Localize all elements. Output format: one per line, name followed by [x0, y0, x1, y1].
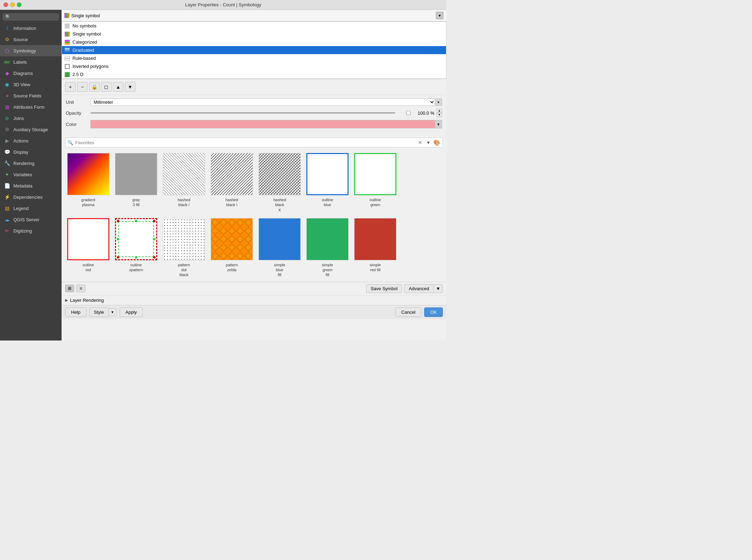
opacity-decrease[interactable]: ▼ [436, 113, 442, 117]
symbol-item-outline-red[interactable]: outlinered [67, 218, 109, 278]
symbol-item-simple-blue[interactable]: simplebluefill [259, 218, 301, 278]
dropdown-item-nosymbols[interactable]: No symbols [62, 22, 446, 30]
sidebar-item-rendering[interactable]: 🔧 Rendering [0, 158, 62, 169]
sidebar-item-qgisserver[interactable]: ☁ QGIS Server [0, 214, 62, 225]
sidebar-item-auxiliarystorage[interactable]: ⚙ Auxiliary Storage [0, 124, 62, 135]
unit-select-box[interactable]: Millimeter ▼ [90, 98, 442, 106]
symbol-item-pattern-zelda[interactable]: patternzelda [211, 218, 253, 278]
style-dropdown-arrow[interactable]: ▼ [108, 308, 117, 316]
symbol-preview-hashed-cross [259, 153, 301, 195]
clear-search-icon[interactable]: ✕ [416, 139, 423, 146]
sidebar-item-dependencies[interactable]: ⚡ Dependencies [0, 191, 62, 203]
sidebar-item-variables[interactable]: ✦ Variables [0, 169, 62, 180]
symbol-item-simple-red[interactable]: simplered fill [354, 218, 396, 278]
dropdown-item-singlesymbol[interactable]: Single symbol [62, 30, 446, 38]
color-swatch[interactable] [90, 120, 435, 128]
minimize-button[interactable] [10, 2, 15, 7]
sidebar-item-legend[interactable]: ▤ Legend [0, 203, 62, 214]
attributesform-icon: ▦ [4, 103, 11, 110]
dropdown-item-categorized[interactable]: Categorized [62, 38, 446, 46]
singlesymbol-icon [65, 32, 70, 37]
nosymbols-icon [65, 24, 70, 28]
diagrams-icon: ◆ [4, 70, 11, 77]
apply-button[interactable]: Apply [120, 307, 143, 317]
save-symbol-button[interactable]: Save Symbol [366, 284, 402, 293]
move-down-button[interactable]: ▼ [125, 82, 135, 92]
symbology-icon: ⬡ [4, 47, 11, 54]
move-up-button[interactable]: ▲ [113, 82, 123, 92]
dropdown-selected-row[interactable]: Single symbol ▼ [62, 10, 446, 21]
symbol-preview-gradient-plasma [67, 153, 109, 195]
sidebar-item-display[interactable]: 💬 Display [0, 146, 62, 158]
symbol-item-pattern-dot[interactable]: patterndotblack [163, 218, 205, 278]
opacity-slider[interactable] [90, 112, 411, 114]
symbol-item-gray-fill[interactable]: gray3 fill [115, 153, 157, 212]
symbol-preview-outline-green [354, 153, 396, 195]
dropdown-arrow-btn[interactable]: ▼ [436, 12, 444, 19]
color-style-icon[interactable]: 🎨 [433, 139, 440, 146]
style-button[interactable]: Style [89, 307, 108, 317]
categorized-icon [65, 40, 70, 45]
grid-view-button[interactable]: ⊞ [65, 285, 74, 292]
sidebar-item-label: Actions [13, 138, 28, 144]
unit-label: Unit [66, 100, 90, 105]
favorites-search-input[interactable] [75, 140, 414, 145]
symbol-item-hashed-fwd[interactable]: hashedblack / [163, 153, 205, 212]
sidebar-search-box[interactable]: 🔍 [3, 13, 59, 20]
advanced-arrow[interactable]: ▼ [433, 284, 443, 293]
dropdown-item-inverted[interactable]: Inverted polygons [62, 62, 446, 70]
dropdown-filter-icon[interactable]: ▼ [425, 139, 432, 146]
symbol-label-hashed-cross: hashedblackX [273, 197, 286, 212]
symbol-item-simple-green[interactable]: simplegreenfill [306, 218, 349, 278]
sidebar-item-3dview[interactable]: ◉ 3D View [0, 79, 62, 90]
sidebar-item-labels[interactable]: abc Labels [0, 56, 62, 68]
duplicate-button[interactable]: ◻ [101, 82, 111, 92]
opacity-increase[interactable]: ▲ [436, 109, 442, 113]
sidebar-item-sourcefields[interactable]: ≡ Source Fields [0, 90, 62, 101]
sidebar-item-label: QGIS Server [13, 217, 39, 222]
symbol-label-outline-blue: outlineblue [322, 197, 333, 208]
symbol-item-hashed-bwd[interactable]: hashedblack \ [211, 153, 253, 212]
dropdown-item-25d[interactable]: 2.5 D [62, 70, 446, 78]
info-icon: ℹ [4, 25, 11, 32]
add-button[interactable]: + [65, 82, 76, 92]
sidebar-item-diagrams[interactable]: ◆ Diagrams [0, 68, 62, 79]
sidebar-search-input[interactable] [12, 14, 56, 19]
opacity-stepper: ▲ ▼ [436, 109, 442, 117]
ok-button[interactable]: OK [424, 307, 443, 317]
layer-rendering-section[interactable]: ▶ Layer Rendering [62, 295, 446, 305]
sidebar-item-digitizing[interactable]: ✏ Digitizing [0, 225, 62, 236]
bottom-toolbar: ⊞ ≡ Save Symbol Advanced ▼ [62, 282, 446, 295]
sidebar-item-information[interactable]: ℹ Information [0, 23, 62, 34]
color-arrow[interactable]: ▼ [435, 120, 442, 128]
sidebar-item-actions[interactable]: ▶ Actions [0, 135, 62, 146]
cancel-button[interactable]: Cancel [395, 307, 421, 317]
dropdown-list: No symbols Single symbol Categorized Gra… [62, 21, 446, 79]
metadata-icon: 📄 [4, 182, 11, 189]
symbol-item-gradient-plasma[interactable]: gradientplasma [67, 153, 109, 212]
sidebar-item-attributesform[interactable]: ▦ Attributes Form [0, 101, 62, 113]
sidebar-item-source[interactable]: ⚙ Source [0, 34, 62, 45]
lock-button[interactable]: 🔒 [89, 82, 100, 92]
list-view-button[interactable]: ≡ [76, 285, 85, 292]
sidebar-item-label: Digitizing [13, 228, 32, 234]
symbol-label-hashed-bwd: hashedblack \ [225, 197, 238, 208]
symbol-label-outline-green: outlinegreen [370, 197, 381, 208]
help-button[interactable]: Help [65, 307, 87, 317]
sidebar-item-joins[interactable]: ⊕ Joins [0, 113, 62, 124]
unit-select[interactable]: Millimeter [91, 99, 435, 106]
symbol-item-outline-xpattern[interactable]: outlinexpattern [115, 218, 157, 278]
remove-button[interactable]: − [77, 82, 88, 92]
close-button[interactable] [4, 2, 8, 7]
sidebar-item-metadata[interactable]: 📄 Metadata [0, 180, 62, 191]
symbol-item-hashed-cross[interactable]: hashedblackX [259, 153, 301, 212]
layer-rendering-collapse-icon: ▶ [65, 298, 68, 303]
advanced-button[interactable]: Advanced [404, 284, 433, 293]
symbol-item-outline-green[interactable]: outlinegreen [354, 153, 396, 212]
symbol-item-outline-blue[interactable]: outlineblue [306, 153, 349, 212]
sidebar-item-symbology[interactable]: ⬡ Symbology [0, 45, 62, 56]
dropdown-item-rulebased[interactable]: Rule-based [62, 54, 446, 62]
dropdown-item-graduated[interactable]: Graduated [62, 46, 446, 54]
maximize-button[interactable] [17, 2, 21, 7]
unit-select-arrow: ▼ [435, 99, 442, 106]
